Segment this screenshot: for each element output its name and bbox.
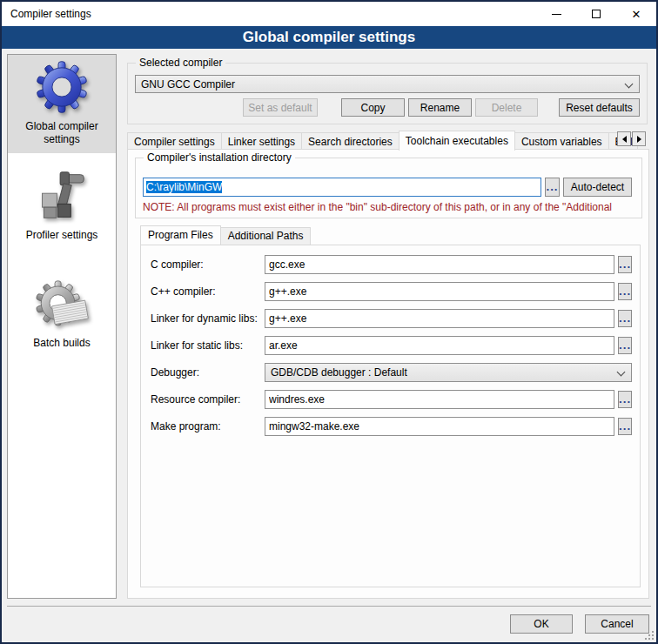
make-program-input[interactable] xyxy=(265,417,614,436)
dynamic-linker-row: Linker for dynamic libs: ... xyxy=(141,305,640,332)
c-compiler-row: C compiler: ... xyxy=(141,251,640,278)
compiler-buttons-row: Set as default Copy Rename Delete Reset … xyxy=(128,98,640,117)
cpp-compiler-row: C++ compiler: ... xyxy=(141,278,640,305)
field-label: Linker for static libs: xyxy=(151,339,265,352)
tab-program-files[interactable]: Program Files xyxy=(140,225,221,245)
auto-detect-button[interactable]: Auto-detect xyxy=(563,178,632,197)
installation-directory-group: Compiler's installation directory C:\ray… xyxy=(135,158,642,218)
tab-search-directories[interactable]: Search directories xyxy=(301,132,400,151)
sidebar-item-profiler-settings[interactable]: Profiler settings xyxy=(8,164,116,249)
rename-button[interactable]: Rename xyxy=(408,98,472,117)
tab-scroll-right-button[interactable] xyxy=(632,131,646,146)
selected-compiler-group: Selected compiler GNU GCC Compiler Set a… xyxy=(127,63,648,124)
sidebar-item-label: Global compiler settings xyxy=(10,120,114,146)
c-compiler-input[interactable] xyxy=(265,255,614,274)
compiler-settings-dialog: Compiler settings ✕ Global compiler sett… xyxy=(0,0,658,644)
field-label: Debugger: xyxy=(151,366,265,379)
program-files-tabstrip: Program Files Additional Paths xyxy=(140,225,310,245)
page-title: Global compiler settings xyxy=(2,26,656,49)
delete-button: Delete xyxy=(475,98,538,117)
resize-grip[interactable] xyxy=(645,631,654,640)
ok-button[interactable]: OK xyxy=(510,614,573,634)
window-controls: ✕ xyxy=(536,2,656,26)
window-title: Compiler settings xyxy=(10,8,91,20)
static-linker-browse-button[interactable]: ... xyxy=(618,337,632,354)
sidebar-item-label: Batch builds xyxy=(33,337,90,350)
field-label: Resource compiler: xyxy=(151,393,265,406)
close-button[interactable]: ✕ xyxy=(616,2,656,26)
static-linker-input[interactable] xyxy=(265,336,614,355)
cpp-compiler-input[interactable] xyxy=(265,282,614,301)
maximize-button[interactable] xyxy=(576,2,616,26)
maximize-icon xyxy=(592,10,601,18)
debugger-row: Debugger: GDB/CDB debugger : Default xyxy=(141,359,640,386)
minimize-button[interactable] xyxy=(536,2,576,26)
tab-compiler-settings[interactable]: Compiler settings xyxy=(127,132,222,151)
installation-directory-value: C:\raylib\MinGW xyxy=(146,181,222,193)
cpp-compiler-browse-button[interactable]: ... xyxy=(618,283,632,300)
sidebar-item-batch-builds[interactable]: Batch builds xyxy=(8,275,116,357)
copy-button[interactable]: Copy xyxy=(341,98,405,117)
left-arrow-icon xyxy=(622,136,627,143)
c-compiler-browse-button[interactable]: ... xyxy=(618,256,632,273)
compiler-select-value: GNU GCC Compiler xyxy=(141,78,235,91)
footer-divider xyxy=(7,606,651,607)
resource-compiler-browse-button[interactable]: ... xyxy=(618,391,632,408)
tab-scroll-arrows xyxy=(616,131,646,146)
tab-toolchain-executables[interactable]: Toolchain executables xyxy=(399,131,515,151)
reset-defaults-button[interactable]: Reset defaults xyxy=(559,98,640,117)
program-files-panel: C compiler: ... C++ compiler: ... Linker… xyxy=(140,245,641,587)
cancel-button[interactable]: Cancel xyxy=(585,614,649,634)
dynamic-linker-input[interactable] xyxy=(265,309,614,328)
set-as-default-button: Set as default xyxy=(243,98,318,117)
chevron-down-icon xyxy=(625,80,634,89)
tab-custom-variables[interactable]: Custom variables xyxy=(514,132,609,151)
field-label: C compiler: xyxy=(151,258,265,271)
right-arrow-icon xyxy=(637,136,641,143)
settings-sidebar: Global compiler settings Profiler settin… xyxy=(7,54,117,599)
debugger-select-value: GDB/CDB debugger : Default xyxy=(271,366,407,379)
tab-linker-settings[interactable]: Linker settings xyxy=(221,132,302,151)
compiler-select[interactable]: GNU GCC Compiler xyxy=(135,75,640,93)
tab-scroll-left-button[interactable] xyxy=(617,131,631,146)
field-label: C++ compiler: xyxy=(151,285,265,298)
gray-gear-papers-icon xyxy=(35,280,89,333)
titlebar: Compiler settings ✕ xyxy=(2,2,656,26)
static-linker-row: Linker for static libs: ... xyxy=(141,332,640,359)
sidebar-item-label: Profiler settings xyxy=(26,229,98,242)
note-text: NOTE: All programs must exist either in … xyxy=(143,201,641,213)
selected-compiler-label: Selected compiler xyxy=(136,57,225,69)
resource-compiler-input[interactable] xyxy=(265,390,614,409)
resource-compiler-row: Resource compiler: ... xyxy=(141,386,640,413)
make-program-browse-button[interactable]: ... xyxy=(618,418,632,435)
installation-directory-input[interactable]: C:\raylib\MinGW xyxy=(143,178,541,197)
blue-gear-icon xyxy=(35,60,89,117)
installation-directory-label: Compiler's installation directory xyxy=(144,151,295,164)
caliper-icon xyxy=(36,169,88,225)
debugger-select[interactable]: GDB/CDB debugger : Default xyxy=(265,363,632,382)
close-icon: ✕ xyxy=(632,9,641,20)
dynamic-linker-browse-button[interactable]: ... xyxy=(618,310,632,327)
settings-tabstrip: Compiler settings Linker settings Search… xyxy=(127,131,648,151)
make-program-row: Make program: ... xyxy=(141,413,640,439)
minimize-icon xyxy=(552,14,561,15)
browse-directory-button[interactable]: ... xyxy=(545,178,560,197)
chevron-down-icon xyxy=(617,367,626,376)
sidebar-item-global-compiler-settings[interactable]: Global compiler settings xyxy=(8,55,116,153)
field-label: Make program: xyxy=(151,420,265,433)
tab-additional-paths[interactable]: Additional Paths xyxy=(220,227,312,245)
toolchain-executables-panel: Compiler's installation directory C:\ray… xyxy=(127,149,649,599)
field-label: Linker for dynamic libs: xyxy=(151,312,265,325)
